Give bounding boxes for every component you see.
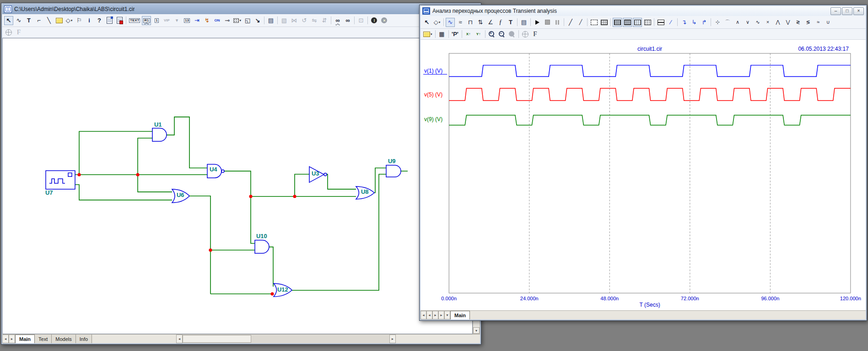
properties-button[interactable]: ▤ [266,16,275,25]
tab-scroll-left-icon[interactable]: ◄ [2,335,9,343]
scope-mode-button[interactable]: ∿ [446,18,455,27]
page-prev-icon[interactable]: ◄ [426,311,432,319]
component-tool-button[interactable] [54,16,64,25]
fx-label-button[interactable]: ƒ [496,18,505,27]
shape-picker-caret-icon[interactable]: ▾ [439,21,441,24]
find-waveform-button[interactable]: ∞ [333,16,342,25]
find-button[interactable]: ∞ [343,16,352,25]
properties-button[interactable]: ▤ [519,18,528,27]
tag-slope-button[interactable]: ∠ [486,18,495,27]
next-data-point-button[interactable]: ↴ [679,18,689,27]
grid-display-caret-icon[interactable]: ▾ [239,19,241,22]
tile-horizontal-button[interactable] [623,18,632,27]
label-U9[interactable]: U9 [388,158,396,165]
component-U10[interactable] [255,240,269,254]
page-next-icon[interactable]: ► [432,311,438,319]
page-first-icon[interactable]: ◄ [421,311,426,319]
prev-data-point-button[interactable]: ↳ [690,18,699,27]
autoscale-x-button[interactable]: X↑ [464,30,473,39]
label-U3[interactable]: U3 [312,170,319,177]
point-tag-button[interactable] [105,16,114,25]
select-tool-button[interactable]: ↖ [4,16,13,25]
current-numbers-button[interactable]: 13 [182,16,191,25]
peak-cursor-button[interactable]: ⌒ [723,18,732,27]
wire[interactable] [374,168,386,192]
pin-connections-button[interactable]: ⊸ [222,16,232,25]
info-badge-button[interactable]: ! [370,16,379,25]
close-button[interactable]: × [853,7,864,15]
tab-main[interactable]: Main [15,335,35,343]
wire[interactable] [138,175,172,192]
plot-tab-main[interactable]: Main [450,311,470,319]
label-U10[interactable]: U10 [256,233,267,239]
wire[interactable] [251,197,255,244]
add-waveform-button[interactable]: ≈ [456,18,465,27]
line-tool-button[interactable]: ╲ [44,16,54,25]
wire[interactable] [167,117,207,168]
page-last-icon[interactable]: ► [438,311,444,319]
global-low-cursor-button[interactable]: ⋁ [783,18,793,27]
label-U8[interactable]: U8 [361,188,369,195]
overlay-plots-button[interactable] [633,18,642,27]
polyline-tool-button[interactable]: ╱ [576,18,585,27]
tag-data-point-button[interactable]: ↱ [700,18,709,27]
trace-v1V[interactable] [449,65,851,77]
envelope-cursor-button[interactable]: ≈ [814,18,823,27]
text-tool-button[interactable]: T [506,18,515,27]
schematic-canvas[interactable]: U7U1U4U6U3U8U9U10U12 [2,38,473,334]
flag-tool-button[interactable]: ⚐ [75,16,84,25]
trace-v5V[interactable] [449,88,851,101]
label-U12[interactable]: U12 [277,286,288,293]
trace-label-2[interactable]: v(5) (V) [424,91,442,98]
high-cursor-button[interactable]: ∨ [743,18,752,27]
border-display-button[interactable]: ◱ [243,16,252,25]
shape-picker-button[interactable]: ◇▾ [432,18,442,27]
component-U1[interactable] [152,128,167,142]
wire[interactable] [138,138,152,175]
font-tool-button[interactable]: F [531,30,540,39]
tab-scroll-right-icon[interactable]: ► [9,335,15,343]
shape-picker-button[interactable]: ◇▾ [65,16,74,25]
wire-ortho-button[interactable]: ⌐ [34,16,43,25]
wire[interactable] [75,185,172,200]
current-display-button[interactable]: ⇥ [192,16,201,25]
schematic-titlebar[interactable]: C:\Users\Admin\Desktop\Chaika\LABS\circu… [2,4,480,14]
separate-plots-button[interactable] [643,18,652,27]
schematic-hscrollbar[interactable] [183,335,389,343]
analysis-titlebar[interactable]: Анализ переходных процессов Transient an… [421,6,866,16]
color-picker-caret-icon[interactable]: ▾ [431,32,432,36]
label-U6[interactable]: U6 [177,191,184,198]
minimize-button[interactable]: – [830,7,841,15]
scale-format-button[interactable]: ⇅ [476,18,485,27]
component-U7[interactable] [46,170,75,189]
node-numbers-button[interactable]: 1 [152,16,161,25]
tab-text[interactable]: Text [35,335,52,343]
select-box-button[interactable] [589,18,598,27]
grid-display-button[interactable]: ▾ [232,16,242,25]
wire[interactable] [327,174,356,189]
periodic-labels-button[interactable]: 'P' [451,30,460,39]
select-tool-button[interactable]: ↖ [422,18,431,27]
tab-info[interactable]: Info [76,335,92,343]
text-display-button[interactable]: TEXT [128,16,141,25]
shape-picker-caret-icon[interactable]: ▾ [71,19,73,22]
tab-models[interactable]: Models [52,335,75,343]
close-badge-button[interactable]: × [380,16,389,25]
grid-box-button[interactable] [599,18,609,27]
autoscale-y-button[interactable]: Y↑ [474,30,483,39]
split-view-button[interactable] [656,18,665,27]
help-mode-button[interactable]: ? [95,16,104,25]
label-U7[interactable]: U7 [45,189,53,196]
hscroll-right-arrow-icon[interactable]: ► [389,335,396,343]
wire[interactable] [189,196,210,294]
wave-cursor-button[interactable]: ∪ [824,18,833,27]
wire[interactable] [224,171,251,196]
wire-mode-button[interactable]: ∿ [14,16,23,25]
zoom-out-button[interactable]: − [497,30,507,39]
top-cursor-button[interactable]: ≶ [803,18,813,27]
zoom-in-button[interactable]: + [487,30,496,39]
trim-curve-button[interactable]: ⁄ [666,18,675,27]
inflection-cursor-button[interactable]: × [763,18,772,27]
maximize-button[interactable]: □ [842,7,852,15]
hscroll-thumb[interactable] [183,335,251,343]
